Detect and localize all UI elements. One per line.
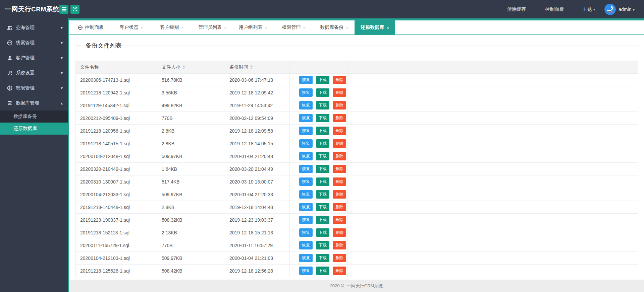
- delete-button[interactable]: 删除: [333, 139, 346, 147]
- close-icon[interactable]: ×: [303, 25, 306, 30]
- table-row: 20200310-130007-1.sql517.4KB2020-03-10 1…: [76, 175, 638, 188]
- tab-6[interactable]: 数据库备份×: [314, 20, 355, 34]
- tab-5[interactable]: 权限管理×: [273, 20, 314, 34]
- download-button[interactable]: 下载: [316, 76, 329, 84]
- tab-4[interactable]: 用户组列表×: [233, 20, 273, 34]
- sidebar-item-1[interactable]: 线索管理▾: [0, 35, 68, 50]
- delete-button[interactable]: 删除: [333, 76, 346, 84]
- download-button[interactable]: 下载: [316, 177, 329, 186]
- sort-icon[interactable]: [182, 65, 185, 69]
- delete-button[interactable]: 删除: [333, 88, 346, 96]
- restore-button[interactable]: 恢复: [299, 190, 313, 198]
- table-row: 20200212-095409-1.sql770B2020-02-12 09:5…: [76, 112, 638, 125]
- download-button[interactable]: 下载: [316, 190, 329, 198]
- restore-button[interactable]: 恢复: [299, 203, 313, 211]
- user-menu[interactable]: admin▾: [619, 7, 635, 12]
- download-button[interactable]: 下载: [316, 203, 329, 211]
- download-button[interactable]: 下载: [316, 267, 329, 275]
- sidebar-item-3[interactable]: 系统设置▾: [0, 65, 68, 80]
- delete-button[interactable]: 删除: [333, 152, 346, 160]
- file-size-cell: 516.78KB: [157, 74, 225, 86]
- delete-button[interactable]: 删除: [333, 228, 346, 236]
- delete-button[interactable]: 删除: [333, 254, 346, 262]
- user-icon: [7, 55, 13, 61]
- delete-button[interactable]: 删除: [333, 127, 346, 135]
- fullscreen-toggle-button[interactable]: [70, 5, 79, 14]
- sidebar-item-0[interactable]: 公海管理▾: [0, 20, 68, 35]
- table-header: 文件名称文件大小备份时间: [76, 61, 638, 74]
- delete-button[interactable]: 删除: [333, 114, 346, 122]
- restore-button[interactable]: 恢复: [299, 114, 313, 122]
- sidebar-item-2[interactable]: 客户管理▾: [0, 50, 68, 65]
- delete-button[interactable]: 删除: [333, 165, 346, 173]
- chevron-down-icon: ▾: [61, 56, 63, 60]
- delete-button[interactable]: 删除: [333, 190, 346, 198]
- close-icon[interactable]: ×: [386, 25, 389, 30]
- restore-button[interactable]: 恢复: [299, 152, 313, 160]
- submenu-item-1[interactable]: 还原数据库: [0, 123, 68, 135]
- backup-time-cell: 2019-12-18 15:21:13: [225, 226, 290, 239]
- tab-0[interactable]: 控制面板: [70, 20, 111, 34]
- table-row: 20200306-174713-1.sql516.78KB2020-03-06 …: [76, 74, 638, 86]
- column-header-1[interactable]: 文件大小: [157, 61, 225, 74]
- restore-button[interactable]: 恢复: [299, 88, 313, 96]
- restore-button[interactable]: 恢复: [299, 267, 313, 275]
- tab-7[interactable]: 还原数据库×: [355, 20, 395, 34]
- close-icon[interactable]: ×: [265, 25, 267, 30]
- file-name-cell: 20200104-212103-1.sql: [76, 252, 157, 265]
- download-button[interactable]: 下载: [316, 254, 329, 262]
- restore-button[interactable]: 恢复: [299, 76, 313, 84]
- delete-button[interactable]: 删除: [333, 177, 346, 186]
- download-button[interactable]: 下载: [316, 228, 329, 236]
- delete-button[interactable]: 删除: [333, 241, 346, 249]
- download-button[interactable]: 下载: [316, 241, 329, 249]
- file-size-cell: 509.97KB: [157, 252, 225, 265]
- download-button[interactable]: 下载: [316, 152, 329, 160]
- restore-button[interactable]: 恢复: [299, 241, 313, 249]
- restore-button[interactable]: 恢复: [299, 165, 313, 173]
- restore-button[interactable]: 恢复: [299, 139, 313, 147]
- filler-cell: [347, 163, 638, 175]
- restore-button[interactable]: 恢复: [299, 101, 313, 109]
- tab-1[interactable]: 客户状态×: [111, 20, 152, 34]
- submenu-item-0[interactable]: 数据库备份: [0, 111, 68, 123]
- tab-3[interactable]: 管理员列表×: [192, 20, 233, 34]
- download-button[interactable]: 下载: [316, 216, 329, 224]
- close-icon[interactable]: ×: [346, 25, 348, 30]
- filler-cell: [347, 265, 638, 277]
- clear-cache-link[interactable]: 清除缓存: [507, 6, 526, 12]
- download-button[interactable]: 下载: [316, 88, 329, 96]
- close-icon[interactable]: ×: [181, 25, 184, 30]
- restore-button[interactable]: 恢复: [299, 228, 313, 236]
- download-button[interactable]: 下载: [316, 101, 329, 109]
- table-header-row: 文件名称文件大小备份时间: [76, 61, 638, 74]
- download-button[interactable]: 下载: [316, 165, 329, 173]
- close-icon[interactable]: ×: [141, 25, 143, 30]
- sort-icon[interactable]: [250, 65, 253, 69]
- download-button[interactable]: 下载: [316, 139, 329, 147]
- delete-button[interactable]: 删除: [333, 203, 346, 211]
- file-size-cell: 3.56KB: [157, 86, 225, 99]
- sidebar-toggle-button[interactable]: [59, 5, 68, 14]
- restore-button[interactable]: 恢复: [299, 216, 313, 224]
- sidebar-item-4[interactable]: 权限管理▾: [0, 80, 68, 95]
- restore-button[interactable]: 恢复: [299, 254, 313, 262]
- avatar[interactable]: 一网天行: [604, 4, 616, 15]
- sidebar-item-5[interactable]: 数据库管理▴: [0, 95, 68, 111]
- download-button[interactable]: 下载: [316, 127, 329, 135]
- theme-dropdown[interactable]: 主题▾: [583, 6, 595, 12]
- filler-cell: [347, 86, 638, 99]
- delete-button[interactable]: 删除: [333, 216, 346, 224]
- tab-2[interactable]: 客户级别×: [152, 20, 192, 34]
- restore-button[interactable]: 恢复: [299, 177, 313, 186]
- download-button[interactable]: 下载: [316, 114, 329, 122]
- delete-button[interactable]: 删除: [333, 267, 346, 275]
- column-header-2[interactable]: 备份时间: [225, 61, 290, 74]
- close-icon[interactable]: ×: [224, 25, 227, 30]
- delete-button[interactable]: 删除: [333, 101, 346, 109]
- restore-button[interactable]: 恢复: [299, 127, 313, 135]
- actions-cell: 恢复下载删除: [290, 201, 347, 214]
- control-panel-link[interactable]: 控制面板: [545, 6, 564, 12]
- content-panel: 备份文件列表 文件名称文件大小备份时间 20200306-174713-1.sq…: [69, 35, 644, 280]
- file-size-cell: 509.97KB: [157, 150, 225, 163]
